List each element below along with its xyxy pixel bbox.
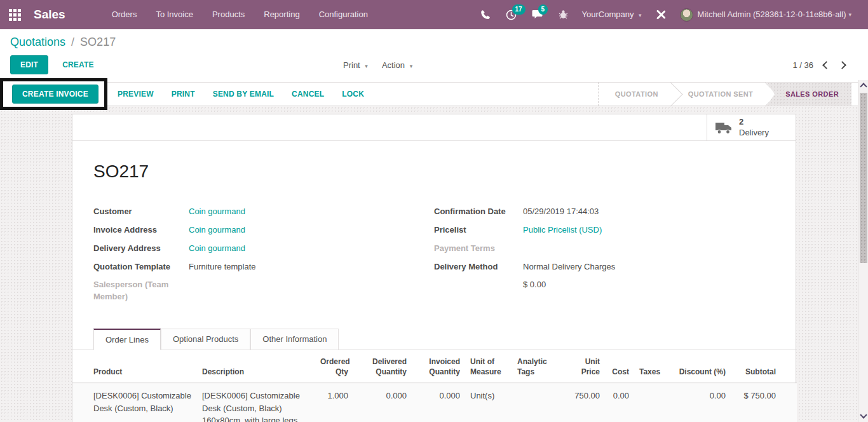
delivery-stat-texts: 2 Delivery bbox=[739, 117, 769, 138]
field-left-row-quotation-template: Quotation TemplateFurniture template bbox=[93, 261, 434, 273]
action-dropdown-label: Action bbox=[382, 60, 405, 70]
button-box: 2 Delivery bbox=[72, 114, 796, 141]
field-value-confirmation-date: 05/29/2019 17:44:03 bbox=[523, 206, 599, 218]
action-dropdown[interactable]: Action ▾ bbox=[382, 60, 412, 70]
cell-delivered-quantity: 0.000 bbox=[353, 383, 412, 422]
notebook-tabs: Order LinesOptional ProductsOther Inform… bbox=[72, 329, 796, 350]
field-value-invoice-address[interactable]: Coin gourmand bbox=[189, 224, 245, 236]
nav-menu-configuration[interactable]: Configuration bbox=[309, 0, 377, 29]
state-sales-order[interactable]: SALES ORDER bbox=[766, 82, 851, 106]
cell-discount: 0.00 bbox=[670, 383, 731, 422]
company-name: YourCompany bbox=[582, 10, 634, 19]
statusbar-buttons: CREATE INVOICEPREVIEWPRINTSEND BY EMAILC… bbox=[0, 82, 373, 106]
state-quotation-sent[interactable]: QUOTATION SENT bbox=[672, 82, 766, 106]
field-label-confirmation-date: Confirmation Date bbox=[434, 206, 523, 218]
lock-button[interactable]: LOCK bbox=[333, 82, 373, 106]
col-header-ordered-qty: Ordered Qty bbox=[315, 350, 353, 383]
caret-down-icon: ▾ bbox=[848, 0, 851, 29]
edit-button[interactable]: EDIT bbox=[10, 55, 48, 74]
vertical-scrollbar[interactable] bbox=[858, 80, 868, 422]
pager: 1 / 36 bbox=[792, 60, 868, 70]
app-title[interactable]: Sales bbox=[34, 8, 65, 22]
breadcrumb-quotations-link[interactable]: Quotations bbox=[10, 36, 65, 48]
statusbar-states: QUOTATIONQUOTATION SENTSALES ORDER bbox=[598, 82, 851, 106]
send-by-email-button[interactable]: SEND BY EMAIL bbox=[204, 82, 283, 106]
field-left-row-salesperson-team-member: Salesperson (Team Member) bbox=[93, 279, 434, 303]
pager-next-icon[interactable] bbox=[838, 61, 846, 69]
order-line-row-1[interactable]: [DESK0006] Customizable Desk (Custom, Bl… bbox=[72, 383, 797, 422]
field-left-row-customer: CustomerCoin gourmand bbox=[93, 206, 434, 218]
cell-cost: 0.00 bbox=[605, 383, 634, 422]
control-panel-dropdowns: Print ▾ Action ▾ bbox=[343, 60, 412, 70]
print-button[interactable]: PRINT bbox=[163, 82, 204, 106]
field-value-pricelist[interactable]: Public Pricelist (USD) bbox=[523, 224, 602, 236]
tab-optional-products[interactable]: Optional Products bbox=[161, 329, 250, 350]
action-highlight-annotation: CREATE INVOICE bbox=[0, 78, 107, 110]
nav-menu-orders[interactable]: Orders bbox=[102, 0, 147, 29]
user-menu[interactable]: Mitchell Admin (528361-12-0-11e8b6-all) … bbox=[674, 0, 858, 29]
field-right-row-payment-terms: Payment Terms bbox=[434, 243, 775, 255]
field-label-delivery-address: Delivery Address bbox=[93, 243, 189, 255]
cell-unit-price: 750.00 bbox=[567, 383, 605, 422]
tab-other-information[interactable]: Other Information bbox=[250, 329, 339, 350]
control-panel-buttons-row: EDIT CREATE Print ▾ Action ▾ 1 / 36 bbox=[10, 55, 868, 82]
cell-ordered-qty: 1.000 bbox=[315, 383, 353, 422]
developer-tools-icon[interactable] bbox=[648, 0, 674, 29]
bug-icon[interactable] bbox=[551, 0, 576, 29]
create-invoice-button[interactable]: CREATE INVOICE bbox=[12, 85, 98, 104]
fields-left-group: CustomerCoin gourmandInvoice AddressCoin… bbox=[93, 206, 434, 310]
caret-down-icon: ▾ bbox=[365, 63, 368, 69]
field-value-customer[interactable]: Coin gourmand bbox=[189, 206, 245, 218]
phone-icon-svg bbox=[480, 10, 491, 20]
breadcrumb-current: SO217 bbox=[80, 36, 116, 48]
phone-icon[interactable] bbox=[473, 0, 498, 29]
company-switcher[interactable]: YourCompany ▾ bbox=[576, 0, 648, 29]
field-left-row-invoice-address: Invoice AddressCoin gourmand bbox=[93, 224, 434, 236]
field-right-row-delivery-method: Delivery MethodNormal Delivery Charges$ … bbox=[434, 261, 775, 292]
col-header-cost: Cost bbox=[605, 350, 634, 383]
create-button[interactable]: CREATE bbox=[53, 56, 103, 74]
cancel-button[interactable]: CANCEL bbox=[283, 82, 333, 106]
messages-count-badge: 5 bbox=[538, 4, 548, 15]
content-area: 2 Delivery SO217 CustomerCoin gourmandIn… bbox=[0, 106, 868, 422]
tab-order-lines[interactable]: Order Lines bbox=[93, 329, 161, 350]
nav-menu-products[interactable]: Products bbox=[203, 0, 254, 29]
pager-previous-icon[interactable] bbox=[822, 61, 831, 69]
scrollbar-thumb[interactable] bbox=[860, 93, 867, 263]
pager-value: 1 / 36 bbox=[792, 60, 813, 70]
nav-menu-reporting[interactable]: Reporting bbox=[254, 0, 309, 29]
nav-menu-to-invoice[interactable]: To Invoice bbox=[146, 0, 203, 29]
tools-icon-svg bbox=[656, 10, 666, 20]
scroll-up-icon[interactable] bbox=[860, 83, 867, 90]
order-lines-header-row: ProductDescriptionOrdered QtyDelivered Q… bbox=[72, 350, 797, 383]
apps-grid-icon[interactable] bbox=[9, 9, 21, 21]
col-header-taxes: Taxes bbox=[634, 350, 670, 383]
field-label-customer: Customer bbox=[93, 206, 189, 218]
top-navbar: Sales OrdersTo InvoiceProductsReportingC… bbox=[0, 0, 868, 29]
caret-down-icon: ▾ bbox=[639, 12, 642, 18]
activities-clock-icon[interactable]: 17 bbox=[498, 0, 524, 29]
caret-down-icon: ▾ bbox=[410, 63, 413, 69]
field-right-row-pricelist: PricelistPublic Pricelist (USD) bbox=[434, 224, 775, 236]
navbar-right: 17 5 YourCompany ▾ Mitchell Admin (52836… bbox=[473, 0, 868, 29]
print-dropdown[interactable]: Print ▾ bbox=[343, 60, 368, 70]
field-value-delivery-address[interactable]: Coin gourmand bbox=[189, 243, 245, 255]
messages-icon[interactable]: 5 bbox=[524, 0, 551, 29]
main-menu: OrdersTo InvoiceProductsReportingConfigu… bbox=[102, 0, 377, 29]
col-header-unit-price: Unit Price bbox=[567, 350, 605, 383]
col-header-analytic-tags: Analytic Tags bbox=[512, 350, 567, 383]
fields-right-group: Confirmation Date05/29/2019 17:44:03Pric… bbox=[434, 206, 775, 310]
col-header-subtotal: Subtotal bbox=[731, 350, 797, 383]
order-lines-table: ProductDescriptionOrdered QtyDelivered Q… bbox=[72, 350, 797, 422]
breadcrumb: Quotations / SO217 bbox=[10, 36, 868, 49]
form-sheet: 2 Delivery SO217 CustomerCoin gourmandIn… bbox=[72, 114, 796, 422]
delivery-label: Delivery bbox=[739, 128, 769, 137]
cell-analytic-tags bbox=[512, 383, 567, 422]
col-header-discount: Discount (%) bbox=[670, 350, 731, 383]
preview-button[interactable]: PREVIEW bbox=[109, 82, 163, 106]
bug-icon-svg bbox=[559, 10, 568, 20]
scroll-down-icon[interactable] bbox=[860, 411, 867, 418]
cell-product: [DESK0006] Customizable Desk (Custom, Bl… bbox=[72, 383, 197, 422]
delivery-stat-button[interactable]: 2 Delivery bbox=[707, 114, 796, 140]
col-header-description: Description bbox=[197, 350, 315, 383]
